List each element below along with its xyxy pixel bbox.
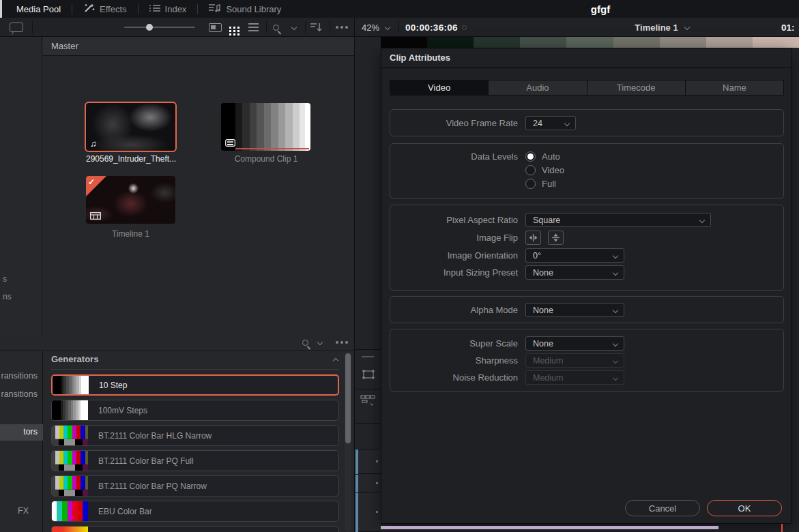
tool-dash-icon[interactable] [362, 356, 374, 357]
track-header-cell[interactable] [358, 475, 381, 492]
timeline-filmstrip[interactable] [381, 37, 799, 48]
divider [51, 369, 339, 370]
filmstrip-frame [520, 37, 566, 48]
generator-thumbnail [52, 451, 88, 471]
more-options-button[interactable] [336, 18, 348, 37]
scrollbar-thumb[interactable] [345, 353, 351, 443]
list-view-button[interactable] [248, 18, 259, 37]
zoom-level-value: 42% [362, 23, 379, 33]
tab-timecode[interactable]: Timecode [587, 80, 686, 95]
search-icon [273, 25, 279, 31]
slider-thumb[interactable] [146, 24, 153, 31]
generator-item[interactable]: BT.2111 Color Bar HLG Narrow [51, 425, 339, 446]
data-levels-full-radio[interactable] [525, 179, 536, 189]
data-levels-label: Data Levels [390, 151, 525, 162]
project-title: gfgf [573, 0, 628, 18]
status-dot-icon [462, 25, 467, 30]
sound-library-icon [209, 3, 221, 14]
noise-reduction-label: Noise Reduction [390, 372, 525, 383]
filmstrip-frame [381, 37, 427, 48]
image-orientation-select[interactable]: 0° [525, 248, 624, 263]
panel-toggle-edge[interactable] [0, 0, 2, 18]
track-header-cell[interactable] [358, 449, 381, 474]
clip-name[interactable]: Timeline 1 [86, 229, 175, 239]
chevron-down-icon [613, 375, 618, 381]
tab-audio[interactable]: Audio [489, 80, 587, 95]
playhead[interactable] [781, 524, 783, 532]
sharpness-label: Sharpness [390, 355, 525, 366]
generator-item[interactable] [51, 526, 339, 532]
generator-thumbnail [53, 376, 89, 394]
input-sizing-preset-select[interactable]: None [525, 265, 624, 280]
tab-name[interactable]: Name [686, 80, 783, 95]
generator-item[interactable]: 10 Step [51, 374, 339, 396]
flip-horizontal-button[interactable] [525, 231, 541, 245]
timeline-ruler-timecode: 01: [781, 18, 795, 37]
filmstrip-frame [753, 37, 799, 48]
super-scale-select[interactable]: None [525, 336, 624, 351]
category-item[interactable]: FX [18, 506, 29, 516]
dialog-tabs: Video Audio Timecode Name [390, 80, 784, 95]
ok-button[interactable]: OK [707, 500, 782, 516]
cancel-button[interactable]: Cancel [625, 500, 700, 516]
category-item[interactable]: ransitions [1, 389, 38, 399]
chevron-down-icon [613, 270, 618, 276]
chevron-down-icon [613, 308, 618, 313]
search-options-chevron[interactable] [292, 18, 296, 37]
alpha-mode-label: Alpha Mode [390, 305, 525, 315]
bin-name: Master [51, 41, 78, 51]
video-frame-rate-select[interactable]: 24 [525, 116, 576, 130]
sharpness-select: Medium [525, 353, 624, 368]
divider [305, 21, 306, 33]
media-clip[interactable] [221, 103, 310, 151]
filmstrip-frame [427, 37, 474, 48]
generator-item[interactable]: BT.2111 Color Bar PQ Narrow [51, 475, 339, 497]
thumbnail-size-slider[interactable] [124, 18, 195, 37]
media-clip[interactable]: ♫ [86, 103, 175, 151]
timeline-selector[interactable]: Timeline 1 [594, 18, 730, 37]
effects-search-chevron[interactable] [318, 333, 322, 352]
alpha-mode-select[interactable]: None [525, 303, 624, 317]
thumbnail-view-button[interactable] [229, 18, 239, 37]
data-levels-auto-radio[interactable] [525, 151, 536, 162]
scrollbar[interactable] [345, 352, 351, 532]
effects-button[interactable]: Effects [72, 0, 138, 18]
transform-icon[interactable] [361, 368, 376, 381]
clip-name[interactable]: Compound Clip 1 [212, 154, 321, 164]
generator-item[interactable]: EBU Color Bar [51, 501, 339, 522]
data-levels-video-radio[interactable] [525, 165, 536, 175]
magic-wand-icon [83, 3, 95, 15]
viewer-zoom-select[interactable]: 42% [362, 18, 390, 37]
filmstrip-frame [706, 37, 753, 48]
track-header-cell[interactable] [358, 493, 381, 532]
sound-library-button[interactable]: Sound Library [198, 0, 292, 18]
generator-item[interactable]: 100mV Steps [51, 400, 339, 421]
effects-more-button[interactable] [336, 333, 348, 352]
pixel-aspect-ratio-select[interactable]: Square [525, 213, 711, 227]
effects-category-sidebar: ransitions ransitions tors FX [0, 351, 43, 532]
media-pool-button[interactable]: Media Pool [5, 0, 72, 18]
tab-video[interactable]: Video [390, 80, 489, 95]
image-orientation-label: Image Orientation [390, 250, 525, 261]
chevron-down-icon [317, 340, 323, 345]
sort-button[interactable] [310, 18, 324, 37]
geometry-section: Pixel Aspect Ratio Square Image Flip Ima… [390, 205, 784, 291]
category-item[interactable]: ransitions [1, 371, 38, 381]
data-levels-section: Data Levels Auto Video Full [390, 143, 784, 198]
generator-item[interactable]: BT.2111 Color Bar PQ Full [51, 450, 339, 471]
media-clip[interactable]: ✓ [86, 176, 175, 224]
chevron-down-icon [564, 121, 570, 126]
clip-name[interactable]: 290569_Intruder_Theft... [74, 154, 188, 164]
effects-search-button[interactable] [302, 333, 308, 352]
clip-info-view-button[interactable] [10, 18, 23, 37]
flip-vertical-button[interactable] [548, 231, 564, 245]
index-button[interactable]: Index [139, 0, 198, 18]
metadata-view-button[interactable] [209, 18, 222, 37]
bin-item[interactable]: s [3, 274, 7, 284]
search-button[interactable] [273, 18, 279, 37]
category-item-generators[interactable]: tors [23, 427, 38, 437]
timeline-clips-icon[interactable] [360, 394, 377, 408]
bin-item[interactable]: ns [3, 292, 12, 301]
timeline-clip-segment[interactable] [381, 526, 718, 529]
dialog-titlebar[interactable]: Clip Attributes [381, 48, 791, 68]
